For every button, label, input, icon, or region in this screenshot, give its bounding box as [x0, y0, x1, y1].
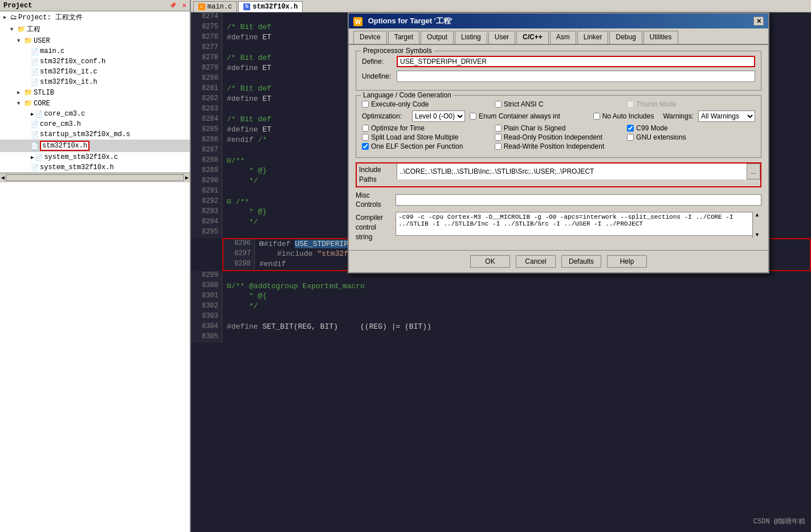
tab-asm[interactable]: Asm [550, 31, 576, 44]
cb-c99-label: C99 Mode [636, 124, 667, 132]
cb-ro-pos: Read-Only Position Independent [495, 133, 623, 141]
expand-icon: ▼ [10, 27, 16, 32]
tree-item-it-c[interactable]: 📄 stm32f10x_it.c [0, 67, 190, 77]
cb-execute-only-input[interactable] [362, 101, 369, 108]
sidebar-scrollbar[interactable]: ◀ ▶ [0, 173, 190, 182]
cb-strict-ansi-input[interactable] [495, 101, 502, 108]
misc-controls-input[interactable] [396, 194, 761, 206]
compiler-string-input[interactable]: -c99 -c -cpu Cortex-M3 -D__MICROLIB -g -… [396, 212, 761, 236]
line-num-8274: 8274 [191, 13, 222, 23]
compiler-string-scrollbar[interactable]: ▲ ▼ [752, 212, 761, 238]
line-num-8299: 8299 [191, 271, 222, 281]
tree-item-it-h[interactable]: 📄 stm32f10x_it.h [0, 77, 190, 87]
cb-enum-container-input[interactable] [470, 113, 476, 120]
tab-cpp[interactable]: C/C++ [516, 31, 549, 44]
file-expand-sys-c: ▶ [31, 154, 34, 161]
cb-execute-only-label: Execute-only Code [371, 100, 429, 108]
defaults-button[interactable]: Defaults [561, 255, 601, 268]
cancel-button[interactable]: Cancel [516, 255, 556, 268]
warnings-label: Warnings: [663, 112, 694, 120]
line-code-8285: #define ET [222, 125, 276, 136]
tab-linker[interactable]: Linker [577, 31, 609, 44]
cb-rw-pos-label: Read-Write Position Independent [504, 142, 605, 150]
cb-split-load-input[interactable] [362, 134, 369, 141]
tree-label-sys-h: system_stm32f10x.h [40, 163, 114, 171]
line-num-8296: 8296 [223, 239, 255, 249]
cb-one-elf: One ELF Section per Function [362, 142, 490, 150]
scroll-right-icon[interactable]: ▶ [185, 174, 189, 181]
tree-item-main-c[interactable]: 📄 main.c [0, 46, 190, 56]
line-num-8286: 8286 [191, 136, 222, 146]
cb-thumb-mode: Thumb Mode [627, 100, 755, 108]
help-button[interactable]: Help [607, 255, 647, 268]
folder-icon: 📁 [17, 25, 26, 34]
file-icon-it-h: 📄 [31, 79, 39, 86]
close-icon[interactable]: ✕ [182, 2, 186, 10]
line-code-8302: */ [222, 302, 263, 312]
scroll-left-icon[interactable]: ◀ [1, 174, 5, 181]
line-num-8280: 8280 [191, 74, 222, 84]
cb-one-elf-label: One ELF Section per Function [371, 142, 463, 150]
cb-enum-container-label: Enum Container always int [479, 112, 560, 120]
pin-icon[interactable]: 📌 [169, 3, 176, 9]
cb-one-elf-input[interactable] [362, 143, 369, 150]
code-line-8304: 8304 #define SET_BIT(REG, BIT) ((REG) |=… [191, 322, 811, 333]
dialog-title-text: Options for Target '工程' [368, 17, 453, 25]
cb-c99-input[interactable] [627, 125, 634, 132]
tab-listing[interactable]: Listing [455, 31, 487, 44]
cb-no-auto-includes-input[interactable] [593, 113, 600, 120]
cb-gnu-ext-input[interactable] [627, 134, 634, 141]
tab-debug[interactable]: Debug [609, 31, 642, 44]
tab-user[interactable]: User [488, 31, 515, 44]
cb-gnu-ext-label: GNU extensions [636, 133, 686, 141]
include-paths-input[interactable] [397, 163, 747, 179]
cb-rw-pos-input[interactable] [495, 143, 502, 150]
tree-item-sys-c[interactable]: ▶ 📄 system_stm32f10x.c [0, 152, 190, 162]
undefine-input[interactable] [397, 71, 755, 82]
warnings-select[interactable]: All Warnings [698, 111, 755, 122]
folder-icon: 📁 [24, 36, 32, 45]
line-num-8297: 8297 [223, 249, 255, 260]
scroll-down-icon[interactable]: ▼ [753, 232, 761, 238]
cb-opt-time-input[interactable] [362, 125, 369, 132]
tree-item-conf-h[interactable]: 📄 stm32f10x_conf.h [0, 56, 190, 67]
code-line-8305: 8305 [191, 333, 811, 343]
tab-output[interactable]: Output [421, 31, 454, 44]
line-num-8298: 8298 [223, 260, 255, 270]
compiler-string-wrap: -c99 -c -cpu Cortex-M3 -D__MICROLIB -g -… [396, 212, 761, 238]
dialog-close-button[interactable]: ✕ [753, 17, 764, 26]
define-label: Define: [362, 58, 393, 66]
line-code-8291 [222, 187, 231, 197]
tree-item-stm32-h[interactable]: 📄 stm32f10x.h [0, 140, 190, 152]
scroll-up-icon[interactable]: ▲ [753, 212, 761, 218]
tree-item-startup[interactable]: 📄 startup_stm32f10x_md.s [0, 129, 190, 140]
tree-item-sys-h[interactable]: 📄 system_stm32f10x.h [0, 162, 190, 173]
tree-item-core[interactable]: ▼ 📁 CORE [0, 98, 190, 109]
line-num-8304: 8304 [191, 322, 222, 333]
tree-item-stlib[interactable]: ▶ 📁 STLIB [0, 87, 190, 98]
tree-item-cm3-h[interactable]: 📄 core_cm3.h [0, 119, 190, 129]
optimization-select[interactable]: Level 0 (-O0) [412, 111, 465, 122]
cb-c99: C99 Mode [627, 124, 755, 132]
tree-label-conf-h: stm32f10x_conf.h [40, 58, 105, 66]
file-icon-main-c: 📄 [31, 48, 39, 55]
tab-device[interactable]: Device [353, 31, 387, 44]
ok-button[interactable]: OK [470, 255, 510, 268]
define-row: Define: [362, 56, 755, 67]
tree-item-gong[interactable]: ▼ 📁 工程 [0, 23, 190, 35]
tab-main-c[interactable]: c main.c [193, 1, 237, 12]
file-expand-cm3-c: ▶ [31, 111, 34, 117]
define-input[interactable] [397, 56, 755, 67]
tab-stm32f10x-h[interactable]: h stm32f10x.h [238, 1, 303, 12]
tree-root[interactable]: ▶ 🗂 Project: 工程文件 [0, 11, 190, 23]
tab-utilities[interactable]: Utilities [643, 31, 678, 44]
line-num-8278: 8278 [191, 54, 222, 64]
include-paths-browse-button[interactable]: ... [747, 163, 760, 179]
tab-target[interactable]: Target [388, 31, 419, 44]
tree-item-user[interactable]: ▼ 📁 USER [0, 35, 190, 46]
tree-item-cm3-c[interactable]: ▶ 📄 core_cm3.c [0, 109, 190, 119]
line-code-8299 [222, 271, 231, 281]
cb-ro-pos-input[interactable] [495, 134, 502, 141]
line-num-8289: 8289 [191, 166, 222, 177]
cb-plain-char-input[interactable] [495, 125, 502, 132]
